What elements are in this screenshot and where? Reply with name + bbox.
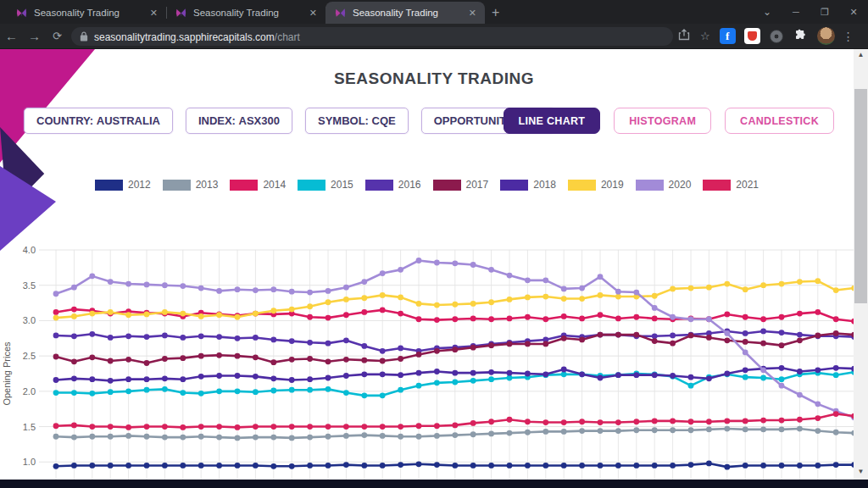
close-window-icon[interactable]: ✕	[839, 7, 868, 18]
svg-text:2.0: 2.0	[23, 386, 36, 396]
share-icon[interactable]	[678, 29, 690, 43]
legend-swatch	[636, 180, 664, 191]
chart-canvas: 4.03.53.02.52.01.51.00.5Day 1Day 2Day 3D…	[0, 195, 856, 480]
filter-value: AUSTRALIA	[97, 114, 160, 127]
legend-label: 2018	[533, 179, 556, 191]
url-path: /chart	[275, 31, 300, 43]
histogram-button[interactable]: HISTOGRAM	[614, 108, 711, 134]
filter-value: ASX300	[239, 114, 280, 127]
svg-text:1.5: 1.5	[23, 422, 36, 432]
facebook-extension-icon[interactable]: f	[720, 28, 736, 44]
url-host: seasonalitytrading.sapphirecapitals.com	[94, 31, 275, 43]
legend-swatch	[365, 180, 393, 191]
svg-text:4.0: 4.0	[23, 245, 36, 255]
scrollbar-thumb[interactable]	[854, 89, 867, 303]
legend-label: 2014	[263, 179, 286, 191]
tab-title: Seasonality Trading	[193, 8, 302, 18]
lock-icon	[80, 31, 88, 42]
legend-label: 2021	[736, 179, 759, 191]
vertical-scrollbar[interactable]: ▲ ▼	[854, 49, 868, 480]
legend-item-2013[interactable]: 2013	[163, 179, 219, 191]
butterfly-favicon	[15, 7, 28, 19]
legend-item-2012[interactable]: 2012	[95, 179, 151, 191]
legend-item-2017[interactable]: 2017	[433, 179, 489, 191]
avatar[interactable]	[817, 27, 835, 45]
filter-label: COUNTRY:	[36, 114, 97, 127]
tab-search-icon[interactable]: ⌄	[753, 6, 782, 18]
back-icon[interactable]: ←	[0, 29, 23, 43]
tab-close-icon[interactable]: ✕	[308, 8, 319, 19]
minimize-icon[interactable]: ─	[782, 7, 810, 17]
tab-close-icon[interactable]: ✕	[148, 8, 159, 19]
legend-swatch	[433, 180, 461, 191]
new-tab-icon[interactable]: +	[492, 5, 499, 20]
filter-row: COUNTRY: AUSTRALIAINDEX: ASX300SYMBOL: C…	[24, 108, 555, 134]
legend-item-2015[interactable]: 2015	[298, 179, 353, 191]
svg-text:3.5: 3.5	[23, 280, 36, 291]
scroll-up-icon[interactable]: ▲	[854, 49, 868, 61]
legend-swatch	[500, 180, 528, 191]
svg-text:2.5: 2.5	[23, 351, 36, 361]
legend-label: 2016	[398, 179, 421, 191]
scroll-down-icon[interactable]: ▼	[854, 466, 868, 478]
red-extension-icon[interactable]	[744, 28, 760, 44]
puzzle-extensions-icon[interactable]	[794, 28, 808, 44]
restore-icon[interactable]: ❐	[810, 7, 839, 18]
legend-item-2019[interactable]: 2019	[568, 179, 624, 191]
filter-chip-symbol[interactable]: SYMBOL: CQE	[305, 108, 409, 134]
legend-item-2018[interactable]: 2018	[500, 179, 556, 191]
svg-text:1.0: 1.0	[23, 457, 36, 467]
legend-label: 2019	[601, 179, 624, 191]
filter-chip-country[interactable]: COUNTRY: AUSTRALIA	[24, 108, 173, 134]
candlestick-button[interactable]: CANDLESTICK	[725, 108, 834, 134]
page-content: SEASONALITY TRADING COUNTRY: AUSTRALIAIN…	[0, 49, 868, 480]
legend-swatch	[95, 180, 123, 191]
legend-item-2020[interactable]: 2020	[636, 179, 692, 191]
browser-tab[interactable]: Seasonality Trading✕	[326, 2, 485, 24]
address-bar[interactable]: seasonalitytrading.sapphirecapitals.com/…	[71, 27, 673, 46]
browser-toolbar: ← → ⟳ seasonalitytrading.sapphirecapital…	[0, 24, 868, 49]
menu-kebab-icon[interactable]: ⋮	[843, 30, 854, 43]
chart-type-row: LINE CHARTHISTOGRAMCANDLESTICK	[504, 108, 834, 134]
filter-chip-index[interactable]: INDEX: ASX300	[186, 108, 292, 134]
reload-icon[interactable]: ⟳	[46, 30, 69, 42]
chart-area: 4.03.53.02.52.01.51.00.5Day 1Day 2Day 3D…	[0, 195, 856, 480]
butterfly-favicon	[334, 7, 347, 19]
legend-label: 2020	[669, 179, 692, 191]
filter-label: INDEX:	[198, 114, 239, 127]
browser-tab-strip: Seasonality Trading✕Seasonality Trading✕…	[0, 0, 868, 24]
butterfly-favicon	[175, 7, 187, 19]
legend-swatch	[230, 180, 258, 191]
legend-swatch	[568, 180, 596, 191]
svg-text:3.0: 3.0	[23, 315, 36, 325]
tab-close-icon[interactable]: ✕	[467, 8, 478, 19]
legend-swatch	[298, 180, 326, 191]
filter-value: CQE	[372, 114, 396, 127]
browser-tab[interactable]: Seasonality Trading✕	[7, 2, 166, 24]
filter-label: SYMBOL:	[318, 114, 372, 127]
legend-swatch	[163, 180, 191, 191]
forward-icon[interactable]: →	[23, 29, 46, 43]
bookmark-star-icon[interactable]: ☆	[700, 30, 710, 42]
bottom-dark-bar	[0, 480, 868, 488]
legend-item-2021[interactable]: 2021	[703, 179, 759, 191]
reel-extension-icon[interactable]	[769, 28, 785, 44]
tab-title: Seasonality Trading	[353, 8, 461, 18]
legend-label: 2017	[466, 179, 489, 191]
legend-label: 2013	[196, 179, 219, 191]
chart-legend: 2012201320142015201620172018201920202021	[0, 179, 854, 191]
legend-item-2014[interactable]: 2014	[230, 179, 286, 191]
legend-label: 2012	[128, 179, 151, 191]
page-title: SEASONALITY TRADING	[0, 69, 868, 88]
browser-tab[interactable]: Seasonality Trading✕	[166, 2, 326, 24]
tab-title: Seasonality Trading	[34, 8, 142, 18]
line-chart-button[interactable]: LINE CHART	[504, 108, 601, 134]
svg-text:Opening Prices: Opening Prices	[2, 341, 12, 406]
legend-label: 2015	[331, 179, 353, 191]
legend-swatch	[703, 180, 731, 191]
legend-item-2016[interactable]: 2016	[365, 179, 421, 191]
